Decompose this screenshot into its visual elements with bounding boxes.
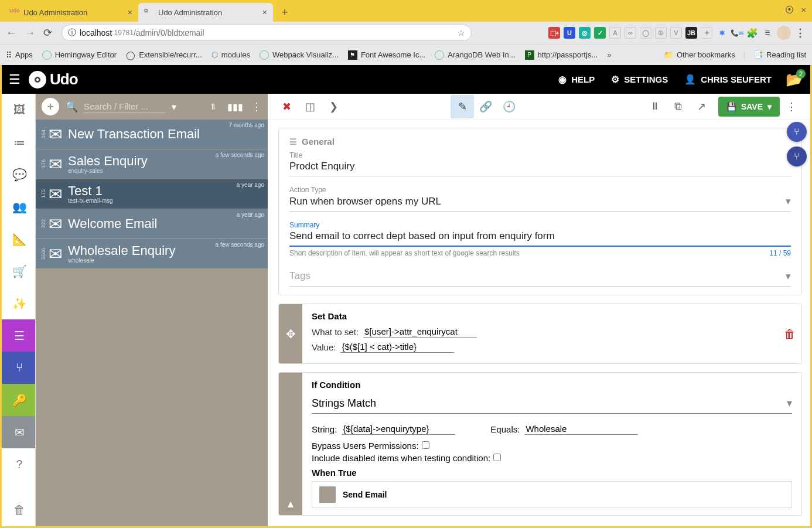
drag-handle-icon[interactable]: ✥ [279, 304, 302, 363]
rail-comments[interactable]: 💬 [2, 158, 35, 190]
ext-icon[interactable]: U [564, 27, 575, 39]
drag-handle-icon[interactable]: ▴ [279, 373, 302, 515]
app-logo[interactable]: Udo [29, 70, 78, 88]
ext-icon[interactable]: ∞ [625, 27, 636, 39]
bookmark-item[interactable]: Webpack Visualiz... [260, 50, 339, 60]
bookmark-item[interactable]: ◯Extensible/recurr... [126, 50, 202, 60]
extensions-icon[interactable]: 🧩 [746, 27, 758, 39]
equals-input[interactable] [524, 423, 638, 435]
url-input[interactable]: ⓘ localhost :19781 /admin/0/bldtxemail ☆ [62, 25, 472, 41]
rail-design[interactable]: 📐 [2, 223, 35, 255]
rail-trash[interactable]: 🗑 [2, 494, 35, 526]
ext-icon[interactable]: 📞36 [731, 27, 743, 39]
settings-button[interactable]: ⚙SETTINGS [603, 65, 676, 94]
bookmark-item[interactable]: Phttp://passportjs... [525, 50, 598, 60]
columns-icon[interactable]: ▮▮▮ [227, 101, 243, 113]
branch-fab-1[interactable]: ⑂ [787, 122, 807, 142]
new-tab-button[interactable]: + [277, 4, 293, 21]
ext-icon[interactable]: ◯ [640, 27, 651, 39]
rail-list-purple[interactable]: ☰ [2, 319, 35, 352]
rail-users[interactable]: 👥 [2, 190, 35, 223]
delete-icon[interactable]: 🗑 [784, 328, 796, 341]
nav-reload-icon[interactable]: ⟳ [43, 26, 52, 39]
string-input[interactable] [342, 423, 455, 435]
bookmark-apps[interactable]: ⠿Apps [6, 50, 33, 60]
recent-folder-button[interactable]: 📂 2 [786, 71, 803, 88]
bookmark-star-icon[interactable]: ☆ [458, 28, 465, 38]
site-info-icon[interactable]: ⓘ [68, 28, 76, 38]
list-item[interactable]: 5506✉Wholesale Enquirywholesalea few sec… [36, 239, 268, 268]
branch-fab-2[interactable]: ⑂ [787, 147, 807, 166]
ext-icon[interactable]: ✦ [701, 27, 712, 39]
hamburger-icon[interactable]: ☰ [9, 72, 21, 87]
tags-select[interactable]: Tags ▾ [289, 268, 791, 287]
reading-list-icon[interactable]: ≡ [762, 27, 773, 39]
chrome-menu-icon[interactable]: ⋮ [794, 27, 806, 39]
detail-more-icon[interactable]: ⋮ [780, 95, 803, 118]
next-icon[interactable]: ❯ [322, 95, 345, 118]
pause-icon[interactable]: ⏸ [643, 95, 667, 118]
add-button[interactable]: + [42, 98, 59, 115]
sort-icon[interactable]: ⥮ [210, 102, 217, 111]
bookmark-item[interactable]: ⬡modules [211, 50, 250, 59]
split-view-icon[interactable]: ◫ [298, 95, 322, 118]
profile-avatar-icon[interactable] [777, 26, 791, 40]
rail-cart[interactable]: 🛒 [2, 255, 35, 287]
ext-icon[interactable]: V [670, 27, 682, 39]
list-item[interactable]: 176✉Sales Enquiryenquiry-salesa few seco… [36, 149, 268, 179]
ext-icon[interactable]: A [609, 27, 621, 39]
tab-close-icon[interactable]: × [262, 8, 267, 17]
search-input[interactable] [84, 100, 166, 113]
rail-magic[interactable]: ✨ [2, 287, 35, 319]
user-menu[interactable]: 👤CHRIS SEUFERT [676, 65, 780, 94]
list-item[interactable]: 175✉Test 1test-tx-email-msga year ago [36, 179, 268, 209]
ext-icon[interactable]: JB [685, 27, 697, 39]
value-input[interactable] [340, 341, 454, 353]
more-icon[interactable]: ⋮ [251, 100, 262, 113]
what-to-set-input[interactable] [363, 326, 477, 338]
rail-list[interactable]: ≔ [2, 126, 35, 158]
bookmark-item[interactable]: Hemingway Editor [42, 50, 117, 60]
detail-scroll[interactable]: ☰ General Title Prodct Enquiry Action Ty… [268, 120, 810, 526]
tab-close-icon[interactable]: × [128, 8, 132, 17]
bookmark-item[interactable]: ArangoDB Web In... [435, 50, 515, 60]
list-item[interactable]: 222✉Welcome Emaila year ago [36, 209, 268, 239]
open-external-icon[interactable]: ↗ [690, 95, 714, 118]
history-icon[interactable]: 🕘 [497, 95, 521, 118]
rail-branch[interactable]: ⑂ [2, 352, 35, 384]
search-icon[interactable]: 🔍 [65, 100, 78, 113]
ext-icon[interactable]: ✱ [716, 27, 728, 39]
close-window-icon[interactable]: × [801, 5, 806, 15]
link-icon[interactable]: 🔗 [474, 95, 497, 118]
ext-icon[interactable]: ⬚4 [548, 27, 560, 39]
rail-help[interactable]: ？ [2, 448, 35, 481]
action-type-select[interactable]: Run when browser opens my URL ▾ [289, 194, 791, 212]
ext-icon[interactable]: ◎ [579, 27, 591, 39]
minimize-icon[interactable]: ⦿ [785, 5, 794, 15]
list-item[interactable]: 164✉New Transaction Email7 months ago [36, 120, 268, 149]
help-button[interactable]: ◉HELP [550, 65, 603, 94]
close-icon[interactable]: ✖ [275, 95, 298, 118]
bookmark-item[interactable]: ⚑Font Awesome Ic... [348, 50, 425, 60]
bypass-checkbox[interactable] [422, 441, 429, 449]
condition-type-select[interactable]: Strings Match ▾ [312, 396, 792, 414]
rail-key[interactable]: 🔑 [2, 384, 35, 416]
bookmark-overflow-icon[interactable]: » [607, 50, 611, 59]
reading-list[interactable]: 📑Reading list [753, 50, 806, 59]
browser-tab-2[interactable]: ⧉ Udo Administration × [138, 3, 273, 22]
rail-images[interactable]: 🖼 [2, 94, 35, 126]
browser-tab-1[interactable]: Udo Udo Administration × [4, 3, 138, 22]
include-disabled-checkbox[interactable] [493, 454, 501, 461]
edit-icon[interactable]: ✎ [451, 95, 474, 118]
nav-back-icon[interactable]: ← [6, 27, 16, 39]
other-bookmarks[interactable]: 📁Other bookmarks [664, 50, 735, 59]
filter-dropdown-icon[interactable]: ▾ [172, 101, 176, 113]
summary-input[interactable]: Send email to correct dept based on inpu… [289, 229, 791, 247]
send-email-card[interactable]: Send Email [312, 481, 792, 508]
rail-email[interactable]: ✉ [2, 416, 35, 448]
save-button[interactable]: 💾 SAVE ▾ [718, 97, 780, 117]
title-input[interactable]: Prodct Enquiry [289, 159, 791, 176]
drag-handle-icon[interactable] [319, 486, 336, 503]
copy-icon[interactable]: ⧉ [667, 95, 690, 118]
ext-icon[interactable]: ✓ [594, 27, 606, 39]
